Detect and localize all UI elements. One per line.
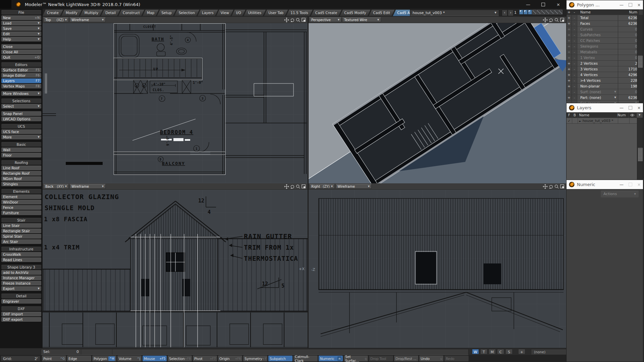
close-button[interactable]: ×: [551, 0, 566, 9]
polygon-stat-row[interactable]: + - Part: (none)▼ 6236: [567, 95, 643, 101]
layer-slot-button[interactable]: [554, 10, 558, 14]
polygon-stat-row[interactable]: + - >4 Vertices▼ 228: [567, 78, 643, 83]
menu-tab[interactable]: Modify: [61, 10, 82, 16]
menu-tab[interactable]: View: [216, 10, 233, 16]
minimize-icon[interactable]: —: [620, 3, 624, 7]
polygon-stat-row[interactable]: + - Total▼ 6236: [567, 15, 643, 21]
select-plus-button[interactable]: +: [567, 38, 572, 43]
sidebar-item[interactable]: [1, 304, 41, 306]
menu-tab[interactable]: Construct: [118, 10, 144, 16]
front-elevation-drawing[interactable]: COLLECTOR GLAZING SHINGLE MOLD 1 x8 FASC…: [43, 190, 308, 348]
sidebar-item[interactable]: Export ▼: [1, 286, 41, 291]
polygon-stat-row[interactable]: + - 3 Vertices▼ 1710: [567, 66, 643, 72]
sidebar-item[interactable]: Selections: [1, 99, 41, 103]
sidebar-item[interactable]: add to ArchViz: [1, 270, 41, 275]
zoom-icon[interactable]: [295, 184, 301, 189]
sidebar-item[interactable]: [1, 245, 41, 246]
sidebar-item[interactable]: Furniture: [1, 210, 41, 215]
mode-button[interactable]: Symmetry +Y: [243, 356, 267, 361]
sidebar-item[interactable]: [1, 158, 41, 160]
sidebar-item[interactable]: Basic: [1, 142, 41, 147]
sidebar-item[interactable]: Elements: [1, 189, 41, 194]
mode-button[interactable]: Mouse +F5: [143, 356, 167, 361]
select-plus-button[interactable]: +: [567, 21, 572, 26]
sidebar-item[interactable]: Line Stair: [1, 223, 41, 228]
rotate-icon[interactable]: [289, 184, 295, 189]
scrollbar[interactable]: [637, 118, 643, 182]
select-plus-button[interactable]: +: [567, 26, 572, 32]
layers-panel-titlebar[interactable]: Layers — ×: [567, 103, 643, 112]
maximize-icon[interactable]: [629, 106, 632, 110]
sidebar-item[interactable]: NGon Roof: [1, 176, 41, 181]
sidebar-item[interactable]: Close: [1, 44, 41, 49]
sidebar-item[interactable]: File: [1, 10, 41, 15]
layer-slot-button[interactable]: [545, 10, 549, 14]
shading-dropdown[interactable]: Wireframe ▼: [69, 184, 106, 189]
deselect-minus-button[interactable]: -: [572, 55, 577, 60]
deselect-minus-button[interactable]: -: [572, 66, 577, 72]
select-plus-button[interactable]: +: [567, 44, 572, 49]
sidebar-item[interactable]: [1, 60, 41, 62]
sidebar-item[interactable]: Image Editor F6: [1, 73, 41, 78]
sidebar-item[interactable]: New +N: [1, 15, 41, 20]
select-plus-button[interactable]: +: [567, 66, 572, 72]
sidebar-item[interactable]: Detail: [1, 294, 41, 298]
sidebar-item[interactable]: Editors: [1, 62, 41, 67]
deselect-minus-button[interactable]: -: [572, 78, 577, 83]
polygon-stat-row[interactable]: + - 1 Vertex▼ 0: [567, 55, 643, 61]
sidebar-item[interactable]: Edit ▼: [1, 32, 41, 36]
mode-button[interactable]: Point ^G: [42, 356, 66, 361]
sidebar-item[interactable]: Layers F7: [1, 78, 41, 83]
sidebar-item[interactable]: Rectangle Roof: [1, 171, 41, 176]
layer-slot-button[interactable]: [550, 10, 554, 14]
sidebar-item[interactable]: Rectangle Stair: [1, 229, 41, 233]
polygon-stat-row[interactable]: + - Surf: (none)▼ 0: [567, 89, 643, 95]
layer-slot-button[interactable]: [537, 10, 541, 14]
deselect-minus-button[interactable]: -: [572, 32, 577, 38]
sidebar-item[interactable]: Snap Panel: [1, 111, 41, 116]
expand-arrow-icon[interactable]: ►: [579, 120, 581, 123]
sidebar-item[interactable]: Fence: [1, 205, 41, 210]
vmap-mode-button[interactable]: S: [505, 349, 513, 354]
menu-tab[interactable]: 11.5 Tools: [286, 10, 313, 16]
polygon-stat-row[interactable]: + - Curves▼ 0: [567, 26, 643, 32]
mode-button[interactable]: Redo: [444, 356, 469, 361]
mode-button[interactable]: Polygon ^H: [92, 356, 116, 361]
actions-dropdown[interactable]: Actions ▼: [601, 191, 639, 197]
sidebar-item[interactable]: [1, 109, 41, 111]
menu-tab[interactable]: Layers: [198, 10, 218, 16]
maximize-icon[interactable]: [629, 183, 632, 186]
mode-button[interactable]: Catmull-Clark: [293, 356, 318, 361]
select-plus-button[interactable]: +: [567, 89, 572, 95]
zoom-icon[interactable]: [295, 17, 301, 22]
sidebar-item[interactable]: [1, 89, 41, 90]
sidebar-item[interactable]: [1, 42, 41, 44]
maximize-button[interactable]: [536, 0, 551, 9]
menu-tab[interactable]: I/O: [232, 10, 246, 16]
sidebar-item[interactable]: [1, 292, 41, 293]
vmap-mode-button[interactable]: T: [480, 349, 487, 354]
sidebar-item[interactable]: Line Roof: [1, 166, 41, 170]
mode-button[interactable]: Origin +F6: [218, 356, 242, 361]
background-cell[interactable]: [572, 118, 578, 123]
sidebar-item[interactable]: Infrastructure: [1, 247, 41, 251]
sidebar-item[interactable]: Surface Editor F5: [1, 68, 41, 72]
floor-plan-drawing[interactable]: CLOSET BATH 4'-5" 4 UP 1'-0" 4'-10" CLOS…: [43, 23, 308, 183]
next-object-button[interactable]: ›: [508, 10, 514, 16]
menu-tab[interactable]: Utilities: [244, 10, 266, 16]
menu-tab[interactable]: Cad5 Create: [311, 10, 341, 16]
rotate-icon[interactable]: [289, 17, 295, 22]
sidebar-item[interactable]: Instance Manager: [1, 276, 41, 280]
select-plus-button[interactable]: +: [567, 49, 572, 55]
zoom-icon[interactable]: [554, 184, 559, 189]
deselect-minus-button[interactable]: -: [572, 72, 577, 77]
polygon-stat-row[interactable]: + - 4 Vertices▼ 4296: [567, 72, 643, 78]
view-type-dropdown[interactable]: Top (XZ)▼: [43, 17, 69, 22]
sidebar-item[interactable]: Roofing: [1, 160, 41, 165]
pan-icon[interactable]: [284, 17, 289, 22]
vmap-mode-button[interactable]: W: [472, 349, 479, 354]
select-plus-button[interactable]: +: [567, 72, 572, 77]
sidebar-item[interactable]: [1, 187, 41, 188]
sidebar-item[interactable]: LWCAD Options: [1, 117, 41, 121]
deselect-minus-button[interactable]: -: [572, 26, 577, 32]
